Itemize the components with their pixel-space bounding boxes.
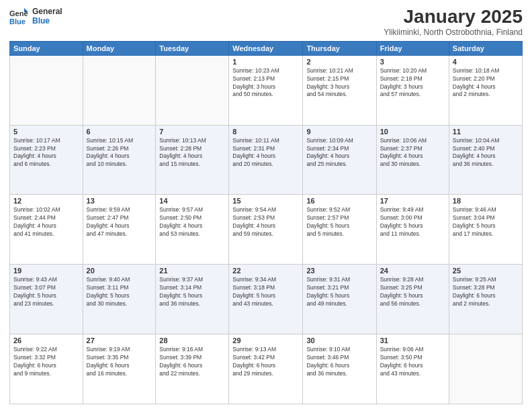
table-row: 1Sunrise: 10:23 AMSunset: 2:13 PMDayligh…: [229, 55, 303, 125]
day-info: Sunrise: 10:23 AMSunset: 2:13 PMDaylight…: [232, 67, 299, 99]
table-row: [10, 55, 83, 125]
day-number: 28: [159, 336, 225, 345]
day-info: Sunrise: 10:21 AMSunset: 2:15 PMDaylight…: [306, 67, 372, 99]
day-number: 14: [159, 197, 225, 205]
day-info: Sunrise: 10:13 AMSunset: 2:28 PMDaylight…: [159, 137, 225, 169]
calendar-week-row: 19Sunrise: 9:43 AMSunset: 3:07 PMDayligh…: [10, 265, 523, 334]
day-number: 25: [453, 267, 519, 275]
table-row: 26Sunrise: 9:22 AMSunset: 3:32 PMDayligh…: [10, 334, 83, 404]
col-sunday: Sunday: [10, 41, 83, 55]
day-number: 27: [87, 336, 152, 345]
day-number: 29: [232, 336, 299, 345]
table-row: 19Sunrise: 9:43 AMSunset: 3:07 PMDayligh…: [10, 265, 83, 334]
table-row: 12Sunrise: 10:02 AMSunset: 2:44 PMDaylig…: [10, 195, 83, 265]
table-row: 16Sunrise: 9:52 AMSunset: 2:57 PMDayligh…: [303, 195, 376, 265]
day-number: 18: [453, 197, 519, 205]
day-info: Sunrise: 10:09 AMSunset: 2:34 PMDaylight…: [306, 137, 372, 169]
day-info: Sunrise: 9:31 AMSunset: 3:21 PMDaylight:…: [306, 276, 372, 308]
table-row: 20Sunrise: 9:40 AMSunset: 3:11 PMDayligh…: [83, 265, 156, 334]
day-number: 1: [232, 58, 299, 66]
day-info: Sunrise: 9:57 AMSunset: 2:50 PMDaylight:…: [159, 206, 225, 238]
month-title: January 2025: [384, 7, 523, 28]
day-info: Sunrise: 10:17 AMSunset: 2:23 PMDaylight…: [13, 137, 79, 169]
day-info: Sunrise: 10:15 AMSunset: 2:26 PMDaylight…: [87, 137, 152, 169]
day-info: Sunrise: 9:10 AMSunset: 3:46 PMDaylight:…: [306, 346, 372, 378]
table-row: 28Sunrise: 9:16 AMSunset: 3:39 PMDayligh…: [156, 334, 229, 404]
calendar-header-row: Sunday Monday Tuesday Wednesday Thursday…: [10, 41, 523, 55]
day-number: 3: [380, 58, 445, 66]
day-info: Sunrise: 9:43 AMSunset: 3:07 PMDaylight:…: [13, 276, 79, 308]
table-row: 2Sunrise: 10:21 AMSunset: 2:15 PMDayligh…: [303, 55, 376, 125]
table-row: 7Sunrise: 10:13 AMSunset: 2:28 PMDayligh…: [156, 125, 229, 195]
table-row: 17Sunrise: 9:49 AMSunset: 3:00 PMDayligh…: [376, 195, 449, 265]
table-row: 25Sunrise: 9:25 AMSunset: 3:28 PMDayligh…: [449, 265, 522, 334]
col-saturday: Saturday: [449, 41, 522, 55]
day-number: 6: [87, 128, 152, 136]
day-info: Sunrise: 9:28 AMSunset: 3:25 PMDaylight:…: [380, 276, 445, 308]
day-info: Sunrise: 9:16 AMSunset: 3:39 PMDaylight:…: [159, 346, 225, 378]
calendar-body: 1Sunrise: 10:23 AMSunset: 2:13 PMDayligh…: [10, 55, 523, 404]
subtitle: Ylikiiminki, North Ostrobothnia, Finland: [384, 28, 523, 37]
day-info: Sunrise: 9:37 AMSunset: 3:14 PMDaylight:…: [159, 276, 225, 308]
day-info: Sunrise: 10:20 AMSunset: 2:18 PMDaylight…: [380, 67, 445, 99]
day-info: Sunrise: 9:13 AMSunset: 3:42 PMDaylight:…: [232, 346, 299, 378]
col-monday: Monday: [83, 41, 156, 55]
day-number: 12: [13, 197, 79, 205]
day-number: 9: [306, 128, 372, 136]
table-row: 24Sunrise: 9:28 AMSunset: 3:25 PMDayligh…: [376, 265, 449, 334]
day-number: 19: [13, 267, 79, 275]
table-row: 18Sunrise: 9:46 AMSunset: 3:04 PMDayligh…: [449, 195, 522, 265]
calendar-week-row: 12Sunrise: 10:02 AMSunset: 2:44 PMDaylig…: [10, 195, 523, 265]
logo-line1: General: [32, 7, 62, 16]
col-tuesday: Tuesday: [156, 41, 229, 55]
logo-icon: General Blue: [9, 7, 28, 26]
day-number: 11: [453, 128, 519, 136]
table-row: 31Sunrise: 9:06 AMSunset: 3:50 PMDayligh…: [376, 334, 449, 404]
day-number: 26: [13, 336, 79, 345]
col-thursday: Thursday: [303, 41, 376, 55]
day-number: 31: [380, 336, 445, 345]
day-number: 5: [13, 128, 79, 136]
header: General Blue General Blue January 2025 Y…: [9, 7, 523, 37]
table-row: 27Sunrise: 9:19 AMSunset: 3:35 PMDayligh…: [83, 334, 156, 404]
day-number: 13: [87, 197, 152, 205]
table-row: 8Sunrise: 10:11 AMSunset: 2:31 PMDayligh…: [229, 125, 303, 195]
calendar-week-row: 1Sunrise: 10:23 AMSunset: 2:13 PMDayligh…: [10, 55, 523, 125]
day-number: 10: [380, 128, 445, 136]
day-number: 2: [306, 58, 372, 66]
day-info: Sunrise: 9:54 AMSunset: 2:53 PMDaylight:…: [232, 206, 299, 238]
day-info: Sunrise: 10:06 AMSunset: 2:37 PMDaylight…: [380, 137, 445, 169]
table-row: 9Sunrise: 10:09 AMSunset: 2:34 PMDayligh…: [303, 125, 376, 195]
day-info: Sunrise: 10:18 AMSunset: 2:20 PMDaylight…: [453, 67, 519, 99]
day-info: Sunrise: 9:25 AMSunset: 3:28 PMDaylight:…: [453, 276, 519, 308]
day-number: 8: [232, 128, 299, 136]
col-wednesday: Wednesday: [229, 41, 303, 55]
day-info: Sunrise: 10:02 AMSunset: 2:44 PMDaylight…: [13, 206, 79, 238]
day-info: Sunrise: 9:46 AMSunset: 3:04 PMDaylight:…: [453, 206, 519, 238]
day-number: 16: [306, 197, 372, 205]
table-row: 21Sunrise: 9:37 AMSunset: 3:14 PMDayligh…: [156, 265, 229, 334]
day-info: Sunrise: 9:52 AMSunset: 2:57 PMDaylight:…: [306, 206, 372, 238]
logo: General Blue General Blue: [9, 7, 62, 26]
day-info: Sunrise: 9:59 AMSunset: 2:47 PMDaylight:…: [87, 206, 152, 238]
table-row: 5Sunrise: 10:17 AMSunset: 2:23 PMDayligh…: [10, 125, 83, 195]
table-row: 10Sunrise: 10:06 AMSunset: 2:37 PMDaylig…: [376, 125, 449, 195]
day-number: 21: [159, 267, 225, 275]
svg-text:Blue: Blue: [9, 17, 26, 26]
table-row: 11Sunrise: 10:04 AMSunset: 2:40 PMDaylig…: [449, 125, 522, 195]
day-number: 24: [380, 267, 445, 275]
table-row: 4Sunrise: 10:18 AMSunset: 2:20 PMDayligh…: [449, 55, 522, 125]
day-info: Sunrise: 9:22 AMSunset: 3:32 PMDaylight:…: [13, 346, 79, 378]
table-row: 22Sunrise: 9:34 AMSunset: 3:18 PMDayligh…: [229, 265, 303, 334]
table-row: 23Sunrise: 9:31 AMSunset: 3:21 PMDayligh…: [303, 265, 376, 334]
day-number: 15: [232, 197, 299, 205]
day-number: 22: [232, 267, 299, 275]
day-info: Sunrise: 10:04 AMSunset: 2:40 PMDaylight…: [453, 137, 519, 169]
table-row: 14Sunrise: 9:57 AMSunset: 2:50 PMDayligh…: [156, 195, 229, 265]
table-row: [449, 334, 522, 404]
day-info: Sunrise: 9:34 AMSunset: 3:18 PMDaylight:…: [232, 276, 299, 308]
day-number: 30: [306, 336, 372, 345]
day-number: 23: [306, 267, 372, 275]
table-row: 6Sunrise: 10:15 AMSunset: 2:26 PMDayligh…: [83, 125, 156, 195]
table-row: 3Sunrise: 10:20 AMSunset: 2:18 PMDayligh…: [376, 55, 449, 125]
